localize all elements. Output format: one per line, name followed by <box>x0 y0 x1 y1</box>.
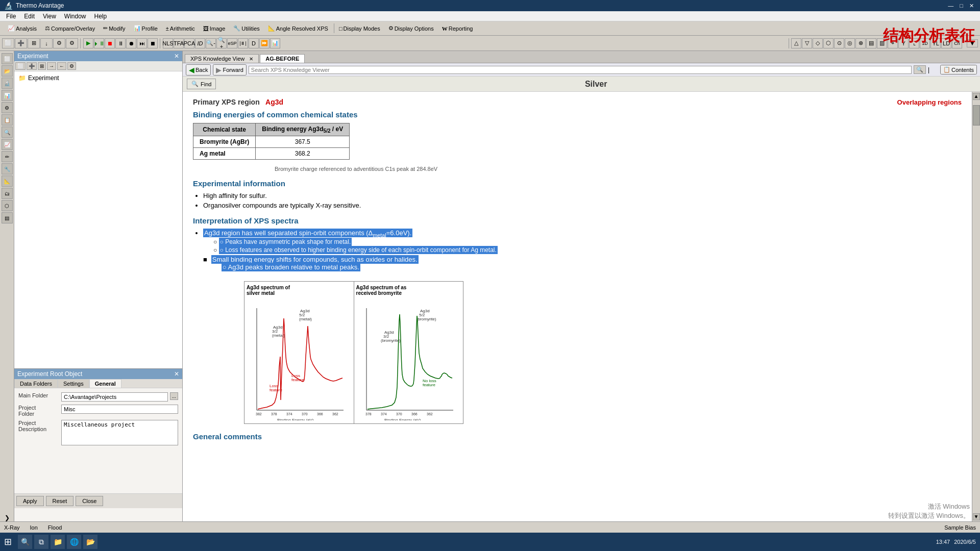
tab-settings[interactable]: Settings <box>58 379 89 388</box>
sidebar-icon-9[interactable]: ✏ <box>2 151 13 162</box>
misc-btn-5[interactable]: 🔍- <box>206 38 216 48</box>
sidebar-icon-12[interactable]: 🗂 <box>2 188 13 199</box>
toolbar-arithmetic[interactable]: ± Arithmetic <box>162 24 199 33</box>
tab-general[interactable]: General <box>89 379 121 388</box>
project-desc-input[interactable]: Miscellaneous project <box>61 420 178 445</box>
scrollbar-down[interactable]: ▼ <box>973 513 980 520</box>
find-button[interactable]: 🔍 Find <box>187 79 216 89</box>
maximize-button[interactable]: □ <box>958 3 965 9</box>
toolbar-display-modes[interactable]: □ Display Modes <box>335 24 384 33</box>
shape-btn-7[interactable]: ⊗ <box>855 38 866 48</box>
search-taskbar[interactable]: 🔍 <box>18 535 32 549</box>
play-button[interactable]: ▶ <box>83 38 93 48</box>
project-folder-input[interactable] <box>61 405 178 414</box>
right-scrollbar[interactable]: ▲ ▼ <box>972 92 980 521</box>
minimize-button[interactable]: — <box>946 3 955 9</box>
scrollbar-thumb[interactable] <box>973 105 980 126</box>
shape-btn-11[interactable]: Y <box>898 38 909 48</box>
shape-btn-14[interactable]: YL <box>930 38 941 48</box>
toolbar-image[interactable]: 🖼 Image <box>200 24 229 33</box>
toolbar-btn-4[interactable]: ↓ <box>40 38 53 48</box>
main-folder-browse[interactable]: ... <box>170 392 178 400</box>
close-button[interactable]: ✕ <box>967 3 976 9</box>
shape-btn-1[interactable]: △ <box>791 38 801 48</box>
main-folder-input[interactable] <box>61 392 168 402</box>
exp-btn-add[interactable]: ➕ <box>27 62 37 70</box>
taskbar-explorer[interactable]: 📁 <box>51 535 65 549</box>
exp-bottom-close[interactable]: ✕ <box>174 370 179 378</box>
shape-btn-12[interactable]: ⌞ <box>909 38 919 48</box>
sidebar-icon-1[interactable]: ⬜ <box>2 53 13 64</box>
shape-btn-3[interactable]: ◇ <box>813 38 823 48</box>
sidebar-icon-13[interactable]: ⬡ <box>2 200 13 211</box>
shape-btn-9[interactable]: ▥ <box>877 38 887 48</box>
toolbar-btn-grid[interactable]: ⊞ <box>28 38 40 48</box>
record-button[interactable]: ⏺ <box>126 38 136 48</box>
misc-btn-1[interactable]: NLS <box>163 38 173 48</box>
exp-btn-settings[interactable]: ⚙ <box>67 62 76 70</box>
stop-button[interactable]: ⏹ <box>105 38 115 48</box>
shape-btn-4[interactable]: ⬡ <box>823 38 834 48</box>
shape-btn-5[interactable]: ⊙ <box>834 38 844 48</box>
toolbar-reporting[interactable]: W Reporting <box>438 24 477 33</box>
reset-button[interactable]: Reset <box>46 496 74 506</box>
taskbar-files[interactable]: 📂 <box>83 535 97 549</box>
misc-btn-3[interactable]: PCA <box>184 38 194 48</box>
start-button[interactable]: ⊞ <box>4 536 12 547</box>
menu-help[interactable]: Help <box>90 12 111 21</box>
nav-search-button[interactable]: 🔍 <box>914 65 926 74</box>
sidebar-icon-2[interactable]: 📂 <box>2 65 13 77</box>
menu-file[interactable]: File <box>2 12 20 21</box>
scrollbar-track[interactable] <box>973 100 980 513</box>
scrollbar-up[interactable]: ▲ <box>973 93 980 100</box>
toolbar-profile[interactable]: 📊 Profile <box>130 23 161 33</box>
misc-btn-8[interactable]: |⏸| <box>238 38 248 48</box>
sidebar-icon-7[interactable]: 🔍 <box>2 127 13 138</box>
misc-btn-11[interactable]: 📊 <box>270 38 280 48</box>
exp-btn-grid[interactable]: ⊞ <box>38 62 46 70</box>
apply-button[interactable]: Apply <box>16 496 44 506</box>
toolbar-btn-2[interactable]: ➕ <box>15 38 27 48</box>
shape-btn-16[interactable]: Ch <box>952 38 962 48</box>
contents-button[interactable]: 📋 Contents <box>940 65 977 74</box>
sidebar-icon-10[interactable]: 🔧 <box>2 163 13 174</box>
tab-data-folders[interactable]: Data Folders <box>14 379 58 388</box>
exp-btn-arrow[interactable]: → <box>47 62 56 70</box>
pause-button[interactable]: ⏸ <box>115 38 126 48</box>
misc-btn-10[interactable]: ⏩ <box>259 38 270 48</box>
play-step-button[interactable]: ⏵⏸ <box>94 38 104 48</box>
toolbar-display-options[interactable]: ⚙ Display Options <box>385 23 437 33</box>
sidebar-icon-4[interactable]: 📊 <box>2 90 13 101</box>
forward-button[interactable]: ▶ Forward <box>213 64 246 76</box>
shape-btn-2[interactable]: ▽ <box>802 38 812 48</box>
toolbar-btn-6[interactable]: ⚙ <box>66 38 78 48</box>
misc-btn-4[interactable]: ID <box>195 38 205 48</box>
experiment-close[interactable]: ✕ <box>174 53 179 60</box>
skip-button[interactable]: ⏭ <box>137 38 147 48</box>
exp-btn-arrow-back[interactable]: ← <box>57 62 66 70</box>
dropdown-btn[interactable]: ▼ <box>967 39 978 47</box>
tab-ag-before[interactable]: AG-BEFORE <box>260 54 305 63</box>
toolbar-angle-resolved[interactable]: 📐 Angle Resolved XPS <box>264 23 332 33</box>
misc-btn-2[interactable]: TFA <box>174 38 184 48</box>
nav-search-input[interactable] <box>249 66 912 74</box>
menu-window[interactable]: Window <box>60 12 90 21</box>
toolbar-analysis[interactable]: 📈 Analysis <box>4 23 40 33</box>
toolbar-compare[interactable]: ⚖ Compare/Overlay <box>41 23 99 33</box>
sidebar-icon-14[interactable]: ▤ <box>2 212 13 223</box>
tree-item-experiment[interactable]: 📁 Experiment <box>16 73 180 83</box>
shape-btn-10[interactable]: ⌖ <box>888 38 898 48</box>
tab-xps-knowledge[interactable]: XPS Knowledge View ✕ <box>185 54 259 63</box>
sidebar-icon-11[interactable]: 📐 <box>2 176 13 187</box>
shape-btn-8[interactable]: ▤ <box>866 38 876 48</box>
sidebar-expand[interactable]: ❯ <box>5 514 10 521</box>
exp-btn-new[interactable]: ⬜ <box>15 62 26 70</box>
toolbar-btn-1[interactable]: ⬜ <box>2 38 14 48</box>
menu-edit[interactable]: Edit <box>20 12 39 21</box>
sidebar-icon-5[interactable]: ⚙ <box>2 102 13 113</box>
task-view[interactable]: ⧉ <box>34 535 48 549</box>
stop-all-button[interactable]: ⏹ <box>148 38 158 48</box>
misc-btn-9[interactable]: D <box>249 38 259 48</box>
back-button[interactable]: ◀ Back <box>186 64 211 76</box>
toolbar-btn-5[interactable]: ⚙ <box>53 38 65 48</box>
